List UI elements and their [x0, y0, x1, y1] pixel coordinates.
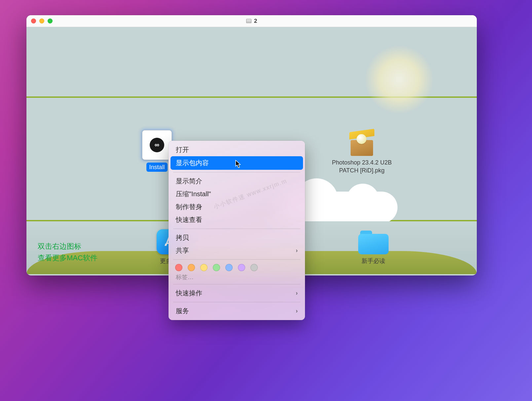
- tag-green[interactable]: [213, 264, 220, 271]
- menu-compress[interactable]: 压缩"Install": [169, 188, 305, 200]
- menu-separator: [173, 284, 300, 284]
- minimize-button[interactable]: [39, 18, 44, 23]
- tag-gray[interactable]: [250, 264, 258, 271]
- file-patch[interactable]: Photoshop 23.4.2 U2B PATCH [RiD].pkg: [314, 129, 410, 175]
- folder-icon: [358, 231, 389, 254]
- hint-text: 双击右边图标 查看更多MAC软件: [38, 240, 97, 264]
- file-patch-label-2: PATCH [RiD].pkg: [314, 166, 410, 174]
- tag-color-row: [169, 262, 305, 272]
- disk-icon: [246, 19, 251, 23]
- hint-line-2: 查看更多MAC软件: [38, 252, 97, 264]
- sun-graphic: [364, 45, 434, 114]
- menu-show-package-contents[interactable]: 显示包内容: [171, 156, 303, 170]
- menu-get-info[interactable]: 显示简介: [169, 175, 305, 188]
- maximize-button[interactable]: [48, 18, 53, 23]
- chevron-right-icon: ›: [296, 290, 298, 297]
- menu-quick-actions[interactable]: 快速操作›: [169, 287, 305, 300]
- tag-blue[interactable]: [225, 264, 233, 271]
- traffic-lights: [31, 18, 53, 23]
- app-icon: ∞: [142, 130, 172, 160]
- window-title-text: 2: [254, 18, 257, 24]
- menu-make-alias[interactable]: 制作替身: [169, 200, 305, 213]
- file-patch-label-1: Photoshop 23.4.2 U2B: [314, 159, 410, 166]
- close-button[interactable]: [31, 18, 36, 23]
- menu-separator: [173, 172, 300, 172]
- chevron-right-icon: ›: [296, 247, 298, 254]
- file-readme[interactable]: 新手必读: [344, 231, 403, 265]
- menu-separator: [173, 259, 300, 260]
- menu-services[interactable]: 服务›: [169, 305, 305, 317]
- menu-quick-look[interactable]: 快速查看: [169, 213, 305, 226]
- menu-separator: [173, 302, 300, 302]
- context-menu: 打开 显示包内容 显示简介 压缩"Install" 制作替身 快速查看 拷贝 共…: [169, 141, 305, 320]
- tag-yellow[interactable]: [200, 264, 208, 271]
- window-title: 2: [26, 18, 477, 24]
- menu-tags-label[interactable]: 标签…: [169, 272, 305, 282]
- hint-line-1: 双击右边图标: [38, 240, 97, 252]
- file-install-label: Install: [149, 164, 165, 170]
- creative-cloud-icon: ∞: [150, 138, 164, 152]
- menu-separator: [173, 229, 300, 229]
- tag-red[interactable]: [175, 264, 182, 271]
- tag-orange[interactable]: [188, 264, 195, 271]
- package-icon: [347, 129, 376, 156]
- titlebar: 2: [26, 15, 477, 27]
- menu-share[interactable]: 共享›: [169, 244, 305, 257]
- chevron-right-icon: ›: [296, 308, 298, 314]
- tag-purple[interactable]: [238, 264, 245, 271]
- menu-copy[interactable]: 拷贝: [169, 231, 305, 244]
- menu-open[interactable]: 打开: [169, 143, 305, 156]
- file-readme-label: 新手必读: [344, 257, 403, 265]
